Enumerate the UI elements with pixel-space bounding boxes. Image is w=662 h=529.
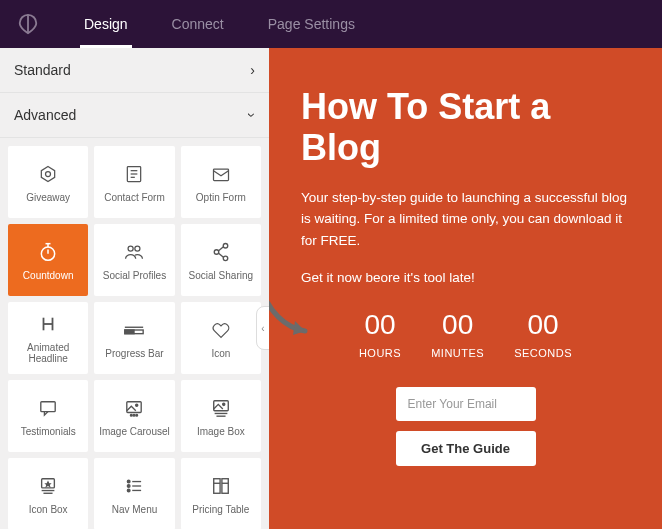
widget-image-box[interactable]: Image Box bbox=[181, 380, 261, 452]
countdown-hours: 00 HOURS bbox=[359, 309, 401, 359]
tab-design[interactable]: Design bbox=[62, 0, 150, 48]
countdown: 00 HOURS 00 MINUTES 00 SECONDS bbox=[301, 309, 630, 359]
widget-giveaway[interactable]: Giveaway bbox=[8, 146, 88, 218]
widget-social-profiles[interactable]: Social Profiles bbox=[94, 224, 174, 296]
widget-nav-menu[interactable]: Nav Menu bbox=[94, 458, 174, 529]
topbar: Design Connect Page Settings bbox=[0, 0, 662, 48]
svg-point-40 bbox=[128, 484, 131, 487]
optin-form: Get The Guide bbox=[301, 387, 630, 466]
svg-point-1 bbox=[46, 171, 51, 176]
svg-rect-24 bbox=[41, 401, 55, 411]
chevron-down-icon: › bbox=[245, 113, 261, 118]
svg-line-16 bbox=[218, 246, 223, 251]
svg-rect-44 bbox=[214, 478, 220, 493]
widget-label: Social Sharing bbox=[189, 270, 253, 281]
svg-point-11 bbox=[129, 246, 134, 251]
widget-label: Giveaway bbox=[26, 192, 70, 203]
icon-box-icon bbox=[38, 474, 58, 498]
widget-countdown[interactable]: Countdown bbox=[8, 224, 88, 296]
chevron-right-icon: › bbox=[250, 62, 255, 78]
main: Standard › Advanced › Giveaway Contact F… bbox=[0, 48, 662, 529]
cta-text: Get it now beore it's tool late! bbox=[301, 270, 630, 285]
svg-point-31 bbox=[222, 403, 224, 405]
countdown-minutes: 00 MINUTES bbox=[431, 309, 484, 359]
svg-point-38 bbox=[128, 480, 131, 483]
widget-label: Social Profiles bbox=[103, 270, 166, 281]
pricing-table-icon bbox=[211, 474, 231, 498]
widget-label: Contact Form bbox=[104, 192, 165, 203]
section-standard[interactable]: Standard › bbox=[0, 48, 269, 93]
widget-image-carousel[interactable]: Image Carousel bbox=[94, 380, 174, 452]
page-subtitle: Your step-by-step guide to launching a s… bbox=[301, 187, 630, 252]
giveaway-icon bbox=[38, 162, 58, 186]
svg-point-42 bbox=[128, 489, 131, 492]
widget-grid: Giveaway Contact Form Optin Form Countdo… bbox=[0, 138, 269, 529]
widget-label: Nav Menu bbox=[112, 504, 158, 515]
widget-label: Icon bbox=[211, 348, 230, 359]
countdown-value: 00 bbox=[431, 309, 484, 341]
testimonials-icon bbox=[38, 396, 58, 420]
email-field[interactable] bbox=[396, 387, 536, 421]
page-title: How To Start a Blog bbox=[301, 86, 630, 169]
image-box-icon bbox=[211, 396, 231, 420]
sidebar-collapse-handle[interactable]: ‹ bbox=[256, 306, 269, 350]
heart-icon bbox=[211, 318, 231, 342]
section-label: Standard bbox=[14, 62, 71, 78]
tab-page-settings[interactable]: Page Settings bbox=[246, 0, 377, 48]
countdown-label: HOURS bbox=[359, 347, 401, 359]
svg-line-17 bbox=[218, 252, 223, 257]
preview-canvas: How To Start a Blog Your step-by-step gu… bbox=[269, 48, 662, 529]
widget-label: Animated Headline bbox=[8, 342, 88, 364]
widget-label: Image Carousel bbox=[99, 426, 170, 437]
widget-icon[interactable]: Icon bbox=[181, 302, 261, 374]
widget-animated-headline[interactable]: Animated Headline bbox=[8, 302, 88, 374]
svg-rect-6 bbox=[213, 169, 228, 181]
svg-point-26 bbox=[136, 404, 138, 406]
chevron-left-icon: ‹ bbox=[261, 323, 264, 334]
widget-label: Pricing Table bbox=[192, 504, 249, 515]
nav-menu-icon bbox=[124, 474, 144, 498]
svg-rect-25 bbox=[127, 401, 141, 412]
social-sharing-icon bbox=[212, 240, 230, 264]
svg-point-12 bbox=[135, 246, 140, 251]
countdown-seconds: 00 SECONDS bbox=[514, 309, 572, 359]
widget-label: Progress Bar bbox=[105, 348, 163, 359]
animated-headline-icon bbox=[39, 312, 57, 336]
svg-rect-45 bbox=[222, 478, 228, 493]
progress-bar-icon bbox=[123, 318, 145, 342]
widget-testimonials[interactable]: Testimonials bbox=[8, 380, 88, 452]
widget-label: Countdown bbox=[23, 270, 74, 281]
widget-label: Icon Box bbox=[29, 504, 68, 515]
countdown-value: 00 bbox=[514, 309, 572, 341]
widget-social-sharing[interactable]: Social Sharing bbox=[181, 224, 261, 296]
optin-form-icon bbox=[211, 162, 231, 186]
countdown-value: 00 bbox=[359, 309, 401, 341]
section-advanced[interactable]: Advanced › bbox=[0, 93, 269, 138]
widget-pricing-table[interactable]: Pricing Table bbox=[181, 458, 261, 529]
submit-button[interactable]: Get The Guide bbox=[396, 431, 536, 466]
svg-rect-23 bbox=[125, 330, 134, 334]
svg-marker-35 bbox=[45, 480, 52, 487]
svg-rect-30 bbox=[214, 400, 229, 410]
svg-marker-0 bbox=[41, 166, 54, 181]
widget-label: Optin Form bbox=[196, 192, 246, 203]
sidebar: Standard › Advanced › Giveaway Contact F… bbox=[0, 48, 269, 529]
countdown-icon bbox=[38, 240, 58, 264]
widget-progress-bar[interactable]: Progress Bar bbox=[94, 302, 174, 374]
widget-label: Image Box bbox=[197, 426, 245, 437]
widget-label: Testimonials bbox=[21, 426, 76, 437]
widget-optin-form[interactable]: Optin Form bbox=[181, 146, 261, 218]
image-carousel-icon bbox=[124, 396, 144, 420]
svg-point-28 bbox=[134, 414, 136, 416]
tab-connect[interactable]: Connect bbox=[150, 0, 246, 48]
app-logo bbox=[14, 10, 42, 38]
widget-contact-form[interactable]: Contact Form bbox=[94, 146, 174, 218]
countdown-label: SECONDS bbox=[514, 347, 572, 359]
countdown-label: MINUTES bbox=[431, 347, 484, 359]
contact-form-icon bbox=[124, 162, 144, 186]
widget-icon-box[interactable]: Icon Box bbox=[8, 458, 88, 529]
svg-point-29 bbox=[136, 414, 138, 416]
svg-point-27 bbox=[131, 414, 133, 416]
section-label: Advanced bbox=[14, 107, 76, 123]
svg-point-7 bbox=[41, 247, 54, 260]
